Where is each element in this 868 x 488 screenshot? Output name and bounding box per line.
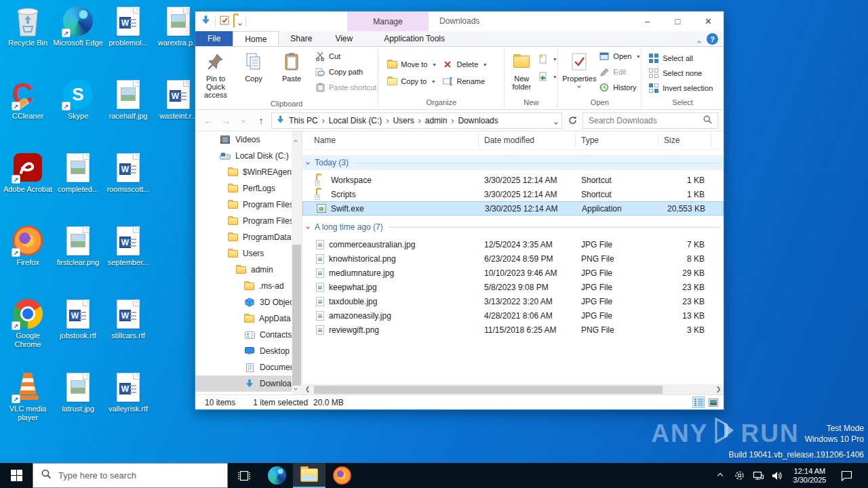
nav-item-winreagent[interactable]: $WinREAgent bbox=[195, 164, 302, 180]
select-none-button[interactable]: Select none bbox=[648, 68, 713, 79]
breadcrumb-local-disk[interactable]: Local Disk (C:) bbox=[326, 116, 385, 125]
copy-path-button[interactable]: Copy path bbox=[315, 66, 376, 77]
recent-locations-icon[interactable] bbox=[236, 113, 251, 128]
desktop-icon-recycle-bin[interactable]: Recycle Bin bbox=[3, 4, 53, 77]
desktop-icon-firefox[interactable]: Firefox bbox=[3, 224, 53, 297]
breadcrumb-users[interactable]: Users bbox=[390, 116, 416, 125]
tab-file[interactable]: File bbox=[195, 31, 233, 46]
nav-item-users[interactable]: Users bbox=[195, 245, 302, 262]
paste-button[interactable]: Paste bbox=[273, 48, 311, 96]
search-box[interactable]: Search Downloads bbox=[583, 113, 718, 129]
column-header-type[interactable]: Type bbox=[576, 134, 658, 147]
nav-item-videos[interactable]: Videos bbox=[195, 131, 302, 148]
rename-button[interactable]: Rename bbox=[442, 76, 486, 87]
column-header-name[interactable]: Name bbox=[302, 134, 479, 147]
scroll-left-icon[interactable]: ❮ bbox=[302, 384, 313, 394]
refresh-icon[interactable] bbox=[565, 113, 580, 128]
manage-contextual-tab[interactable]: Manage bbox=[347, 12, 429, 31]
help-icon[interactable]: ? bbox=[707, 33, 718, 45]
copy-button[interactable]: Copy bbox=[235, 48, 273, 96]
desktop-icon-racehalf[interactable]: racehalf.jpg bbox=[103, 77, 153, 150]
desktop-icon-jobstook[interactable]: W jobstook.rtf bbox=[53, 297, 103, 370]
file-row-keepwhat[interactable]: keepwhat.jpg 5/8/2023 9:08 PM JPG File 2… bbox=[302, 280, 724, 294]
collapse-group-icon[interactable] bbox=[306, 225, 310, 229]
tab-view[interactable]: View bbox=[323, 31, 364, 46]
scroll-right-icon[interactable]: ❯ bbox=[713, 384, 724, 394]
copy-to-button[interactable]: Copy to bbox=[387, 76, 435, 87]
nav-item-admin[interactable]: admin bbox=[195, 262, 302, 278]
new-folder-button[interactable]: New folder bbox=[506, 48, 537, 96]
nav-item-programdata[interactable]: ProgramData bbox=[195, 229, 302, 245]
properties-button[interactable]: Properties bbox=[559, 48, 599, 96]
desktop-icon-skype[interactable]: S Skype bbox=[53, 77, 103, 150]
desktop-icon-firstclear[interactable]: firstclear.png bbox=[53, 224, 103, 297]
collapse-group-icon[interactable] bbox=[306, 161, 310, 165]
desktop-icon-microsoft-edge[interactable]: Microsoft Edge bbox=[53, 4, 103, 77]
desktop-icon-september[interactable]: W september... bbox=[103, 224, 153, 297]
up-icon[interactable]: ↑ bbox=[254, 113, 269, 128]
group-header-today[interactable]: Today (3) bbox=[302, 155, 724, 170]
back-icon[interactable]: ← bbox=[201, 113, 216, 128]
desktop-icon-valleyrisk[interactable]: W valleyrisk.rtf bbox=[103, 370, 153, 443]
taskbar-file-explorer-button[interactable] bbox=[293, 463, 326, 488]
desktop-icon-stillcars[interactable]: W stillcars.rtf bbox=[103, 297, 153, 370]
file-row-scripts[interactable]: Scripts 3/30/2025 12:14 AM Shortcut 1 KB bbox=[302, 187, 724, 201]
network-icon[interactable] bbox=[751, 466, 766, 486]
breadcrumb-downloads[interactable]: Downloads bbox=[455, 116, 500, 125]
horizontal-scrollbar-thumb[interactable] bbox=[314, 386, 663, 394]
nav-item-local-disk-c[interactable]: Local Disk (C:) bbox=[195, 148, 302, 164]
file-row-commerceaustralian[interactable]: commerceaustralian.jpg 12/5/2024 3:35 AM… bbox=[302, 237, 724, 251]
desktop-icon-ccleaner[interactable]: C CCleaner bbox=[3, 77, 53, 150]
action-center-icon[interactable] bbox=[835, 466, 858, 486]
thumbnail-view-icon[interactable] bbox=[707, 396, 719, 408]
breadcrumb-this-pc[interactable]: This PC bbox=[286, 116, 321, 125]
taskbar-firefox-button[interactable] bbox=[326, 463, 358, 488]
collapse-ribbon-icon[interactable] bbox=[698, 35, 701, 47]
qat-customize-icon[interactable] bbox=[239, 16, 241, 28]
edit-button[interactable]: Edit bbox=[599, 66, 639, 77]
file-row-reviewgift[interactable]: reviewgift.png 11/15/2018 6:25 AM PNG Fi… bbox=[302, 323, 724, 337]
nav-item-program-files[interactable]: Program Files bbox=[195, 197, 302, 213]
pin-to-quick-access-button[interactable]: Pin to Quick access bbox=[197, 48, 235, 99]
select-all-button[interactable]: Select all bbox=[648, 53, 713, 64]
downloads-arrow-icon[interactable] bbox=[201, 15, 211, 28]
group-header-a-long-time-ago[interactable]: A long time ago (7) bbox=[302, 220, 724, 235]
forward-icon[interactable]: → bbox=[218, 113, 233, 128]
column-header-size[interactable]: Size bbox=[658, 134, 711, 147]
desktop-icon-google-chrome[interactable]: Google Chrome bbox=[3, 297, 53, 370]
nav-item-perflogs[interactable]: PerfLogs bbox=[195, 180, 302, 197]
minimize-button[interactable]: – bbox=[632, 12, 663, 30]
invert-selection-button[interactable]: Invert selection bbox=[648, 83, 713, 94]
nav-item-program-files-x86[interactable]: Program Files bbox=[195, 213, 302, 229]
qat-properties-icon[interactable] bbox=[220, 16, 229, 28]
desktop-icon-vlc[interactable]: VLC media player bbox=[3, 370, 53, 443]
task-view-button[interactable] bbox=[228, 463, 260, 488]
tab-application-tools[interactable]: Application Tools bbox=[372, 31, 456, 46]
maximize-button[interactable]: □ bbox=[663, 12, 693, 30]
desktop-icon-roomsscott[interactable]: W roomsscott... bbox=[103, 150, 153, 224]
address-dropdown-icon[interactable] bbox=[555, 115, 557, 127]
nav-item-appdata[interactable]: AppData bbox=[195, 310, 302, 327]
taskbar-search-box[interactable]: Type here to search bbox=[33, 463, 228, 488]
address-box[interactable]: This PC › Local Disk (C:) › Users › admi… bbox=[271, 113, 562, 129]
tab-share[interactable]: Share bbox=[279, 31, 323, 46]
file-row-amazoneasily[interactable]: amazoneasily.jpg 4/28/2021 8:06 AM JPG F… bbox=[302, 308, 724, 323]
nav-scrollbar-thumb[interactable] bbox=[292, 245, 301, 386]
tray-sync-icon[interactable] bbox=[732, 466, 747, 486]
desktop-icon-latrust[interactable]: latrust.jpg bbox=[53, 370, 103, 443]
taskbar-clock[interactable]: 12:14 AM 3/30/2025 bbox=[789, 467, 831, 485]
taskbar-edge-button[interactable] bbox=[260, 463, 293, 488]
file-row-taxdouble[interactable]: taxdouble.jpg 3/13/2022 3:20 AM JPG File… bbox=[302, 294, 724, 308]
desktop-icon-problemol[interactable]: W problemol... bbox=[103, 4, 153, 77]
breadcrumb-admin[interactable]: admin bbox=[422, 116, 450, 125]
delete-button[interactable]: Delete bbox=[442, 59, 486, 70]
nav-item-3d-objects[interactable]: 3D Objects bbox=[195, 294, 302, 310]
close-button[interactable]: ✕ bbox=[693, 12, 724, 30]
paste-shortcut-button[interactable]: Paste shortcut bbox=[315, 82, 376, 93]
move-to-button[interactable]: Move to bbox=[387, 59, 435, 70]
volume-icon[interactable] bbox=[770, 466, 785, 486]
new-item-button[interactable] bbox=[537, 54, 556, 64]
tab-home[interactable]: Home bbox=[233, 31, 279, 46]
column-header-date-modified[interactable]: Date modified bbox=[479, 134, 576, 147]
hidden-icons-chevron-icon[interactable] bbox=[713, 466, 728, 486]
